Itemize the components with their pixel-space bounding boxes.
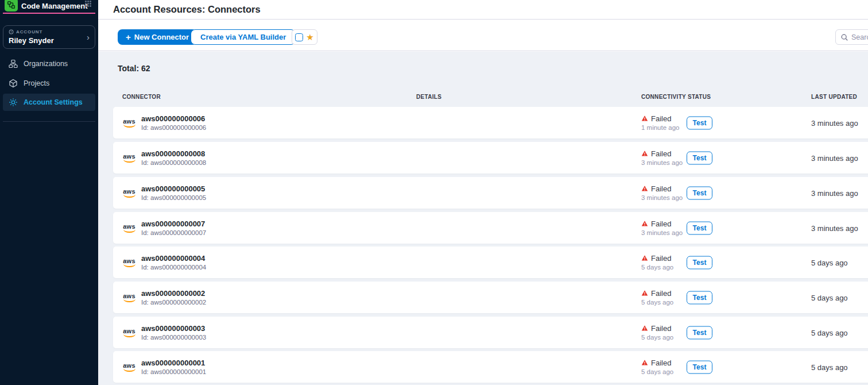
connector-name: aws000000000008 xyxy=(141,149,206,158)
status-label: Failed xyxy=(651,149,671,158)
connector-id: Id: aws000000000007 xyxy=(141,229,206,237)
table-row[interactable]: aws aws000000000001Id: aws000000000001 F… xyxy=(113,351,868,383)
connector-id: Id: aws000000000003 xyxy=(141,333,206,341)
status-time: 1 minute ago xyxy=(641,124,680,132)
connector-cell: aws aws000000000005Id: aws000000000005 xyxy=(122,184,206,202)
favorites-filter[interactable]: ★ xyxy=(292,29,317,45)
connector-id: Id: aws000000000008 xyxy=(141,159,206,167)
connector-id: Id: aws000000000004 xyxy=(141,263,206,271)
table-row[interactable]: aws aws000000000004Id: aws000000000004 F… xyxy=(113,247,868,278)
sidebar-item-label: Projects xyxy=(24,79,49,87)
aws-logo-icon: aws xyxy=(122,258,136,267)
search-input[interactable] xyxy=(851,33,868,41)
status-label: Failed xyxy=(651,359,671,367)
test-button[interactable]: Test xyxy=(687,326,712,339)
connector-cell: aws aws000000000001Id: aws000000000001 xyxy=(122,359,206,376)
status-label: Failed xyxy=(651,289,671,298)
status-time: 5 days ago xyxy=(641,333,673,341)
test-button[interactable]: Test xyxy=(687,291,712,304)
warning-icon xyxy=(641,115,648,122)
column-header-connectivity-status: CONNECTIVITY STATUS xyxy=(641,94,711,100)
test-button[interactable]: Test xyxy=(687,151,712,164)
code-management-logo-icon[interactable] xyxy=(5,0,18,11)
test-button[interactable]: Test xyxy=(687,221,712,234)
account-name: Riley Snyder xyxy=(9,36,90,45)
connectivity-status: Failed 3 minutes ago xyxy=(641,220,683,237)
connector-name: aws000000000004 xyxy=(141,254,206,263)
sidebar-item-organizations[interactable]: Organizations xyxy=(3,56,95,72)
table-row[interactable]: aws aws000000000007Id: aws000000000007 F… xyxy=(113,212,868,244)
last-updated: 3 minutes ago xyxy=(811,153,858,162)
connectivity-status: Failed 5 days ago xyxy=(641,324,673,341)
connectivity-status: Failed 3 minutes ago xyxy=(641,184,683,202)
test-button[interactable]: Test xyxy=(687,116,712,129)
star-icon: ★ xyxy=(306,33,313,41)
status-time: 5 days ago xyxy=(641,298,673,306)
connector-id: Id: aws000000000006 xyxy=(141,124,206,132)
sidebar-divider xyxy=(3,121,95,122)
new-connector-button[interactable]: + New Connector xyxy=(118,29,197,45)
aws-logo-icon: aws xyxy=(122,293,136,302)
sidebar-item-account-settings[interactable]: Account Settings xyxy=(3,94,95,111)
projects-icon xyxy=(9,79,18,88)
search-icon xyxy=(840,33,848,41)
test-button[interactable]: Test xyxy=(687,256,712,269)
table-row[interactable]: aws aws000000000003Id: aws000000000003 F… xyxy=(113,317,868,348)
module-accent-line xyxy=(3,13,95,14)
warning-icon xyxy=(641,220,648,227)
test-button[interactable]: Test xyxy=(687,186,712,199)
app-window: Code Management ACCOUNT Riley Snyder › O… xyxy=(0,0,868,385)
test-button[interactable]: Test xyxy=(687,360,712,374)
aws-logo-icon: aws xyxy=(122,328,136,337)
plus-icon: + xyxy=(126,32,131,42)
column-header-last-updated: LAST UPDATED xyxy=(811,94,857,100)
connector-id: Id: aws000000000005 xyxy=(141,194,206,202)
connector-cell: aws aws000000000007Id: aws000000000007 xyxy=(122,220,206,237)
warning-icon xyxy=(641,150,648,157)
status-time: 5 days ago xyxy=(641,368,673,376)
aws-logo-icon: aws xyxy=(122,118,136,128)
connector-name: aws000000000006 xyxy=(141,114,206,123)
page-title: Account Resources: Connectors xyxy=(113,4,261,15)
status-time: 3 minutes ago xyxy=(641,229,683,237)
aws-logo-icon: aws xyxy=(122,188,136,198)
account-label: ACCOUNT xyxy=(16,29,42,34)
warning-icon xyxy=(641,359,648,366)
column-header-details: DETAILS xyxy=(416,94,441,100)
connectivity-status: Failed 1 minute ago xyxy=(641,114,680,132)
connector-cell: aws aws000000000008Id: aws000000000008 xyxy=(122,149,206,167)
warning-icon xyxy=(641,255,648,261)
aws-logo-icon: aws xyxy=(122,153,136,163)
total-count: Total: 62 xyxy=(118,64,150,73)
warning-icon xyxy=(641,185,648,192)
table-row[interactable]: aws aws000000000008Id: aws000000000008 F… xyxy=(113,142,868,174)
status-time: 5 days ago xyxy=(641,263,673,271)
chevron-right-icon: › xyxy=(87,33,90,42)
connector-name: aws000000000007 xyxy=(141,220,206,228)
status-label: Failed xyxy=(651,184,671,193)
aws-logo-icon: aws xyxy=(122,363,136,372)
table-row[interactable]: aws aws000000000002Id: aws000000000002 F… xyxy=(113,282,868,313)
connector-name: aws000000000003 xyxy=(141,324,206,333)
create-via-yaml-builder-button[interactable]: Create via YAML Builder xyxy=(191,29,296,45)
table-row[interactable]: aws aws000000000006Id: aws000000000006 F… xyxy=(113,107,868,138)
organizations-icon xyxy=(9,59,18,68)
connector-cell: aws aws000000000004Id: aws000000000004 xyxy=(122,254,206,271)
table-row[interactable]: aws aws000000000005Id: aws000000000005 F… xyxy=(113,177,868,209)
connector-cell: aws aws000000000003Id: aws000000000003 xyxy=(122,324,206,341)
account-scope-selector[interactable]: ACCOUNT Riley Snyder › xyxy=(3,25,95,49)
favorites-checkbox[interactable] xyxy=(295,33,303,41)
connectivity-status: Failed 5 days ago xyxy=(641,359,673,376)
connector-name: aws000000000002 xyxy=(141,289,206,298)
module-switcher-grid-icon[interactable] xyxy=(85,1,92,7)
connectivity-status: Failed 3 minutes ago xyxy=(641,149,683,167)
search-box[interactable] xyxy=(835,29,868,45)
warning-icon xyxy=(641,290,648,297)
sidebar: Code Management ACCOUNT Riley Snyder › O… xyxy=(0,0,98,385)
connectivity-status: Failed 5 days ago xyxy=(641,254,673,271)
sidebar-item-label: Account Settings xyxy=(24,98,83,106)
warning-icon xyxy=(641,325,648,332)
column-header-connector: CONNECTOR xyxy=(122,94,161,100)
sidebar-item-label: Organizations xyxy=(24,60,68,68)
sidebar-item-projects[interactable]: Projects xyxy=(3,75,95,91)
